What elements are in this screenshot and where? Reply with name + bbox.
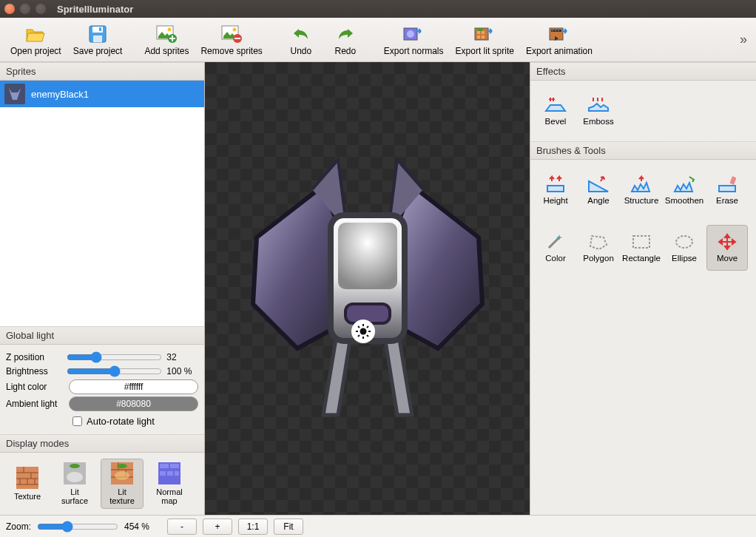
remove-sprites-button[interactable]: Remove sprites — [195, 19, 268, 61]
wand-icon — [544, 233, 567, 251]
tool-height[interactable]: Height — [535, 167, 576, 213]
display-mode-normal-map[interactable]: Normal map — [148, 459, 191, 509]
svg-point-11 — [407, 30, 414, 38]
tool-color[interactable]: Color — [535, 225, 576, 271]
save-project-button[interactable]: Save project — [67, 19, 129, 61]
folder-open-icon — [25, 24, 46, 44]
svg-point-22 — [67, 472, 83, 482]
effects-panel: Bevel Emboss — [530, 81, 756, 141]
svg-rect-28 — [170, 464, 179, 468]
sprite-row[interactable]: enemyBlack1 — [0, 81, 204, 107]
svg-rect-33 — [338, 223, 397, 289]
effect-emboss[interactable]: Emboss — [578, 88, 619, 134]
svg-point-40 — [676, 236, 692, 248]
image-plus-icon — [156, 24, 177, 44]
zoom-in-button[interactable]: + — [203, 519, 232, 535]
tool-structure[interactable]: Structure — [621, 167, 662, 213]
add-sprites-button[interactable]: Add sprites — [138, 19, 195, 61]
normal-map-icon — [158, 462, 180, 484]
export-animation-button[interactable]: Export animation — [520, 19, 598, 61]
main-toolbar: Open project Save project Add sprites Re… — [0, 18, 756, 62]
smoothen-icon — [673, 175, 695, 193]
export-normals-icon — [403, 24, 424, 44]
svg-rect-18 — [558, 30, 559, 31]
left-panel: Sprites enemyBlack1 Global light Z posit… — [0, 62, 205, 515]
redo-icon — [335, 24, 356, 44]
window-close-button[interactable] — [4, 4, 15, 14]
global-light-header: Global light — [0, 326, 204, 345]
light-color-label: Light color — [6, 382, 69, 392]
svg-point-8 — [233, 27, 237, 31]
lit-texture-icon — [111, 462, 133, 484]
polygon-icon — [587, 233, 610, 251]
svg-point-24 — [117, 464, 127, 468]
undo-button[interactable]: Undo — [279, 19, 323, 61]
z-position-value: 32 — [162, 352, 198, 362]
window-maximize-button[interactable] — [36, 4, 46, 14]
light-gizmo[interactable] — [351, 320, 375, 343]
global-light-panel: Z position 32 Brightness 100 % Light col… — [0, 345, 204, 434]
svg-rect-30 — [167, 471, 173, 476]
auto-rotate-checkbox[interactable]: Auto-rotate light — [72, 416, 198, 427]
angle-icon — [587, 175, 610, 193]
zoom-value: 454 % — [124, 521, 161, 532]
window-title: SpriteIlluminator — [57, 4, 133, 15]
ambient-light-label: Ambient light — [6, 399, 69, 409]
zoom-one-one-button[interactable]: 1:1 — [238, 519, 268, 535]
svg-rect-36 — [547, 186, 564, 192]
auto-rotate-input[interactable] — [72, 416, 82, 426]
titlebar: SpriteIlluminator — [0, 0, 756, 18]
tool-angle[interactable]: Angle — [578, 167, 619, 213]
svg-rect-19 — [16, 467, 38, 489]
zoom-fit-button[interactable]: Fit — [274, 519, 303, 535]
svg-rect-39 — [633, 236, 649, 248]
statusbar: Zoom: 454 % - + 1:1 Fit — [0, 515, 756, 537]
window-minimize-button[interactable] — [20, 4, 30, 14]
tool-smoothen[interactable]: Smoothen — [664, 167, 705, 213]
brightness-label: Brightness — [6, 366, 67, 376]
rectangle-icon — [630, 233, 652, 251]
tool-rectangle[interactable]: Rectangle — [621, 225, 662, 271]
tool-move[interactable]: Move — [706, 225, 748, 271]
display-mode-lit-surface[interactable]: Lit surface — [53, 459, 96, 509]
image-minus-icon — [221, 24, 242, 44]
open-project-button[interactable]: Open project — [4, 19, 67, 61]
emboss-icon — [587, 96, 610, 114]
svg-point-25 — [115, 471, 129, 480]
tool-erase[interactable]: Erase — [706, 167, 748, 213]
display-modes-panel: Texture Lit surface Lit texture Normal m… — [0, 453, 204, 515]
brushes-panel: Height Angle Structure Smoothen Erase — [530, 160, 756, 278]
redo-button[interactable]: Redo — [323, 19, 368, 61]
canvas-area[interactable] — [205, 62, 530, 515]
structure-icon — [630, 175, 652, 193]
toolbar-overflow-button[interactable]: » — [735, 32, 752, 47]
sprite-render — [227, 119, 508, 422]
svg-rect-2 — [93, 36, 102, 42]
export-normals-button[interactable]: Export normals — [378, 19, 450, 61]
svg-point-13 — [477, 28, 483, 31]
brightness-slider[interactable] — [67, 365, 162, 377]
zoom-out-button[interactable]: - — [167, 519, 197, 535]
effect-bevel[interactable]: Bevel — [535, 88, 576, 134]
tool-polygon[interactable]: Polygon — [578, 225, 619, 271]
light-color-field[interactable]: #ffffff — [69, 379, 198, 394]
lit-texture-label: Lit texture — [109, 487, 135, 505]
export-lit-sprite-button[interactable]: Export lit sprite — [450, 19, 520, 61]
brushes-header: Brushes & Tools — [530, 141, 756, 160]
export-lit-icon — [474, 24, 495, 44]
normal-map-label: Normal map — [156, 487, 182, 505]
svg-rect-31 — [175, 471, 179, 476]
ambient-light-field[interactable]: #808080 — [69, 396, 198, 411]
effects-header: Effects — [530, 62, 756, 81]
svg-rect-17 — [555, 30, 556, 31]
sprite-list[interactable]: enemyBlack1 — [0, 81, 204, 326]
tool-ellipse[interactable]: Ellipse — [664, 225, 705, 271]
display-mode-lit-texture[interactable]: Lit texture — [101, 459, 144, 509]
z-position-slider[interactable] — [67, 351, 162, 363]
lit-surface-label: Lit surface — [61, 487, 88, 505]
sprite-thumb-icon — [4, 84, 25, 104]
display-mode-texture[interactable]: Texture — [6, 459, 49, 509]
svg-rect-38 — [719, 186, 735, 192]
zoom-slider[interactable] — [37, 521, 118, 533]
zoom-label: Zoom: — [6, 521, 31, 532]
